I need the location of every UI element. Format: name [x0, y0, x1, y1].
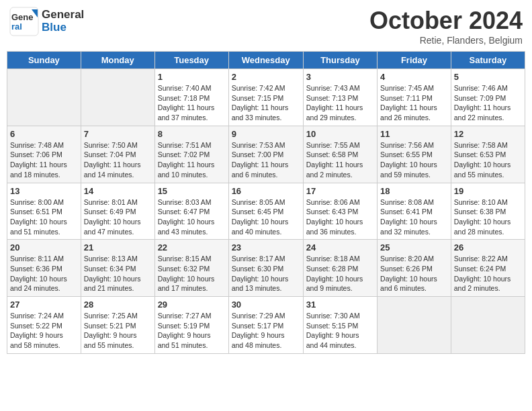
- cell-week1-day3: 2Sunrise: 7:42 AM Sunset: 7:15 PM Daylig…: [228, 69, 303, 126]
- day-number: 1: [158, 72, 226, 82]
- header-thursday: Thursday: [303, 52, 377, 69]
- header-sunday: Sunday: [7, 52, 81, 69]
- cell-week5-day1: 28Sunrise: 7:25 AM Sunset: 5:21 PM Dayli…: [81, 297, 154, 354]
- day-info: Sunrise: 7:58 AM Sunset: 6:53 PM Dayligh…: [454, 140, 522, 180]
- day-info: Sunrise: 8:17 AM Sunset: 6:30 PM Dayligh…: [232, 254, 300, 293]
- cell-week5-day0: 27Sunrise: 7:24 AM Sunset: 5:22 PM Dayli…: [7, 297, 81, 354]
- day-number: 26: [454, 242, 522, 253]
- day-info: Sunrise: 7:45 AM Sunset: 7:11 PM Dayligh…: [380, 83, 448, 123]
- day-info: Sunrise: 8:00 AM Sunset: 6:51 PM Dayligh…: [10, 197, 78, 237]
- day-number: 3: [306, 72, 374, 82]
- day-number: 8: [158, 129, 226, 139]
- cell-week5-day3: 30Sunrise: 7:29 AM Sunset: 5:17 PM Dayli…: [228, 297, 303, 354]
- cell-week3-day4: 17Sunrise: 8:06 AM Sunset: 6:43 PM Dayli…: [303, 183, 377, 240]
- cell-week2-day3: 9Sunrise: 7:53 AM Sunset: 7:00 PM Daylig…: [228, 126, 303, 183]
- week-row-1: 1Sunrise: 7:40 AM Sunset: 7:18 PM Daylig…: [7, 69, 525, 126]
- day-number: 10: [306, 129, 374, 139]
- cell-week2-day5: 11Sunrise: 7:56 AM Sunset: 6:55 PM Dayli…: [378, 126, 451, 183]
- day-number: 2: [232, 72, 300, 82]
- header-saturday: Saturday: [451, 52, 525, 69]
- day-info: Sunrise: 7:43 AM Sunset: 7:13 PM Dayligh…: [306, 83, 374, 123]
- day-number: 9: [232, 129, 300, 139]
- day-number: 30: [232, 300, 300, 310]
- day-info: Sunrise: 7:55 AM Sunset: 6:58 PM Dayligh…: [306, 140, 374, 180]
- day-info: Sunrise: 7:48 AM Sunset: 7:06 PM Dayligh…: [10, 140, 78, 180]
- day-info: Sunrise: 7:27 AM Sunset: 5:19 PM Dayligh…: [158, 311, 226, 351]
- day-info: Sunrise: 7:42 AM Sunset: 7:15 PM Dayligh…: [232, 83, 300, 123]
- page-header: Gene ral General Blue October 2024 Retie…: [7, 7, 525, 46]
- day-number: 20: [10, 242, 78, 253]
- cell-week4-day5: 25Sunrise: 8:20 AM Sunset: 6:26 PM Dayli…: [378, 240, 451, 297]
- cell-week2-day1: 7Sunrise: 7:50 AM Sunset: 7:04 PM Daylig…: [81, 126, 154, 183]
- day-info: Sunrise: 7:30 AM Sunset: 5:15 PM Dayligh…: [306, 311, 374, 351]
- day-info: Sunrise: 8:10 AM Sunset: 6:38 PM Dayligh…: [454, 197, 522, 237]
- cell-week2-day6: 12Sunrise: 7:58 AM Sunset: 6:53 PM Dayli…: [451, 126, 525, 183]
- cell-week4-day4: 24Sunrise: 8:18 AM Sunset: 6:28 PM Dayli…: [303, 240, 377, 297]
- svg-text:Gene: Gene: [11, 12, 34, 22]
- day-number: 5: [454, 72, 522, 82]
- day-number: 17: [306, 186, 374, 196]
- day-number: 13: [10, 186, 78, 196]
- cell-week3-day0: 13Sunrise: 8:00 AM Sunset: 6:51 PM Dayli…: [7, 183, 81, 240]
- day-number: 29: [158, 300, 226, 310]
- day-info: Sunrise: 8:18 AM Sunset: 6:28 PM Dayligh…: [306, 254, 374, 293]
- day-number: 19: [454, 186, 522, 196]
- day-info: Sunrise: 8:05 AM Sunset: 6:45 PM Dayligh…: [232, 197, 300, 237]
- cell-week1-day2: 1Sunrise: 7:40 AM Sunset: 7:18 PM Daylig…: [154, 69, 228, 126]
- day-number: 31: [306, 300, 374, 310]
- day-number: 7: [84, 129, 152, 139]
- cell-week2-day2: 8Sunrise: 7:51 AM Sunset: 7:02 PM Daylig…: [154, 126, 228, 183]
- week-row-3: 13Sunrise: 8:00 AM Sunset: 6:51 PM Dayli…: [7, 183, 525, 240]
- cell-week1-day5: 4Sunrise: 7:45 AM Sunset: 7:11 PM Daylig…: [378, 69, 451, 126]
- day-number: 14: [84, 186, 152, 196]
- week-row-4: 20Sunrise: 8:11 AM Sunset: 6:36 PM Dayli…: [7, 240, 525, 297]
- day-info: Sunrise: 7:51 AM Sunset: 7:02 PM Dayligh…: [158, 140, 226, 180]
- svg-text:ral: ral: [11, 21, 22, 32]
- day-number: 15: [158, 186, 226, 196]
- cell-week5-day5: [378, 297, 451, 354]
- day-info: Sunrise: 8:06 AM Sunset: 6:43 PM Dayligh…: [306, 197, 374, 237]
- day-number: 16: [232, 186, 300, 196]
- day-info: Sunrise: 7:50 AM Sunset: 7:04 PM Dayligh…: [84, 140, 152, 180]
- week-row-5: 27Sunrise: 7:24 AM Sunset: 5:22 PM Dayli…: [7, 297, 525, 354]
- cell-week1-day4: 3Sunrise: 7:43 AM Sunset: 7:13 PM Daylig…: [303, 69, 377, 126]
- header-monday: Monday: [81, 52, 154, 69]
- cell-week4-day2: 22Sunrise: 8:15 AM Sunset: 6:32 PM Dayli…: [154, 240, 228, 297]
- cell-week5-day2: 29Sunrise: 7:27 AM Sunset: 5:19 PM Dayli…: [154, 297, 228, 354]
- day-number: 22: [158, 242, 226, 253]
- day-number: 24: [306, 242, 374, 253]
- day-info: Sunrise: 8:15 AM Sunset: 6:32 PM Dayligh…: [158, 254, 226, 293]
- cell-week3-day3: 16Sunrise: 8:05 AM Sunset: 6:45 PM Dayli…: [228, 183, 303, 240]
- logo-icon: Gene ral: [9, 7, 39, 36]
- day-info: Sunrise: 7:25 AM Sunset: 5:21 PM Dayligh…: [84, 311, 152, 351]
- day-info: Sunrise: 8:01 AM Sunset: 6:49 PM Dayligh…: [84, 197, 152, 237]
- day-info: Sunrise: 7:29 AM Sunset: 5:17 PM Dayligh…: [232, 311, 300, 351]
- cell-week2-day4: 10Sunrise: 7:55 AM Sunset: 6:58 PM Dayli…: [303, 126, 377, 183]
- calendar-table: SundayMondayTuesdayWednesdayThursdayFrid…: [7, 51, 525, 354]
- day-info: Sunrise: 8:13 AM Sunset: 6:34 PM Dayligh…: [84, 254, 152, 293]
- day-info: Sunrise: 7:56 AM Sunset: 6:55 PM Dayligh…: [380, 140, 448, 180]
- logo: Gene ral General Blue: [9, 7, 84, 36]
- day-info: Sunrise: 7:40 AM Sunset: 7:18 PM Dayligh…: [158, 83, 226, 123]
- day-info: Sunrise: 8:20 AM Sunset: 6:26 PM Dayligh…: [380, 254, 448, 293]
- day-info: Sunrise: 8:22 AM Sunset: 6:24 PM Dayligh…: [454, 254, 522, 293]
- cell-week1-day0: [7, 69, 81, 126]
- week-row-2: 6Sunrise: 7:48 AM Sunset: 7:06 PM Daylig…: [7, 126, 525, 183]
- cell-week5-day4: 31Sunrise: 7:30 AM Sunset: 5:15 PM Dayli…: [303, 297, 377, 354]
- calendar-header-row: SundayMondayTuesdayWednesdayThursdayFrid…: [7, 52, 525, 69]
- day-number: 21: [84, 242, 152, 253]
- header-tuesday: Tuesday: [154, 52, 228, 69]
- cell-week3-day1: 14Sunrise: 8:01 AM Sunset: 6:49 PM Dayli…: [81, 183, 154, 240]
- day-number: 12: [454, 129, 522, 139]
- cell-week4-day1: 21Sunrise: 8:13 AM Sunset: 6:34 PM Dayli…: [81, 240, 154, 297]
- day-info: Sunrise: 7:53 AM Sunset: 7:00 PM Dayligh…: [232, 140, 300, 180]
- day-number: 28: [84, 300, 152, 310]
- logo-blue-text: Blue: [42, 21, 84, 34]
- cell-week2-day0: 6Sunrise: 7:48 AM Sunset: 7:06 PM Daylig…: [7, 126, 81, 183]
- cell-week3-day5: 18Sunrise: 8:08 AM Sunset: 6:41 PM Dayli…: [378, 183, 451, 240]
- header-wednesday: Wednesday: [228, 52, 303, 69]
- cell-week4-day3: 23Sunrise: 8:17 AM Sunset: 6:30 PM Dayli…: [228, 240, 303, 297]
- day-info: Sunrise: 8:08 AM Sunset: 6:41 PM Dayligh…: [380, 197, 448, 237]
- title-block: October 2024 Retie, Flanders, Belgium: [369, 7, 523, 46]
- day-info: Sunrise: 7:24 AM Sunset: 5:22 PM Dayligh…: [10, 311, 78, 351]
